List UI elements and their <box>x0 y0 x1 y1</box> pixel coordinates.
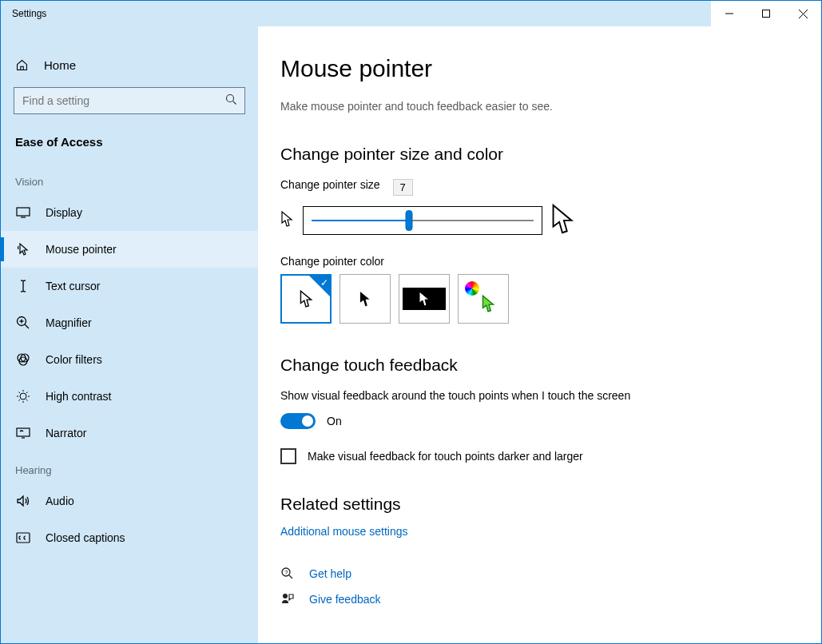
sidebar-item-label: Audio <box>46 495 74 507</box>
search-input[interactable] <box>14 87 245 114</box>
pointer-color-black[interactable] <box>340 274 391 324</box>
search-icon <box>225 93 237 109</box>
touch-feedback-heading: Change touch feedback <box>280 356 789 375</box>
page-title: Mouse pointer <box>280 55 789 82</box>
sidebar-item-label: Magnifier <box>46 316 92 329</box>
closed-captions-icon <box>15 532 31 543</box>
sidebar-item-color-filters[interactable]: Color filters <box>1 341 258 378</box>
sidebar-item-label: Mouse pointer <box>46 243 117 256</box>
sidebar-item-audio[interactable]: Audio <box>1 483 258 519</box>
get-help-link[interactable]: Get help <box>309 567 351 580</box>
close-button[interactable] <box>784 1 821 26</box>
svg-text:?: ? <box>284 569 288 576</box>
pointer-color-label: Change pointer color <box>280 255 789 268</box>
sidebar-item-magnifier[interactable]: Magnifier <box>1 304 258 341</box>
text-cursor-icon <box>15 279 31 293</box>
maximize-button[interactable] <box>748 1 784 26</box>
group-hearing-label: Hearing <box>1 451 258 483</box>
group-vision-label: Vision <box>1 163 258 194</box>
svg-rect-6 <box>17 208 30 216</box>
magnifier-icon <box>15 316 31 330</box>
give-feedback-link[interactable]: Give feedback <box>309 593 381 606</box>
size-color-heading: Change pointer size and color <box>280 145 789 164</box>
sidebar-item-label: Color filters <box>46 353 102 366</box>
svg-line-24 <box>19 400 21 401</box>
sidebar-item-label: Display <box>46 206 82 219</box>
check-icon: ✓ <box>320 277 328 288</box>
display-icon <box>15 207 31 218</box>
home-label: Home <box>44 58 76 72</box>
color-filters-icon <box>15 352 31 367</box>
svg-rect-27 <box>17 533 30 543</box>
svg-point-4 <box>227 95 234 102</box>
cursor-large-icon <box>549 202 579 239</box>
toggle-state-label: On <box>327 415 342 427</box>
high-contrast-icon <box>15 389 31 403</box>
svg-line-21 <box>19 392 21 394</box>
darker-larger-checkbox[interactable] <box>280 448 296 464</box>
sidebar-item-label: High contrast <box>46 390 111 403</box>
sidebar-item-narrator[interactable]: Narrator <box>1 415 258 451</box>
pointer-size-tooltip: 7 <box>393 179 413 196</box>
touch-feedback-toggle[interactable] <box>280 413 316 429</box>
home-icon <box>15 58 31 72</box>
narrator-icon <box>15 427 31 439</box>
pointer-size-label: Change pointer size <box>280 178 380 191</box>
svg-point-16 <box>20 393 26 400</box>
sidebar-item-label: Closed captions <box>46 531 125 544</box>
pointer-size-slider[interactable] <box>303 206 542 235</box>
pointer-color-inverted[interactable] <box>399 274 450 324</box>
feedback-icon <box>280 592 298 606</box>
audio-icon <box>15 495 31 507</box>
sidebar-item-closed-captions[interactable]: Closed captions <box>1 519 258 556</box>
main-content: Mouse pointer Make mouse pointer and tou… <box>258 26 821 643</box>
mouse-pointer-icon <box>15 242 31 256</box>
pointer-color-custom[interactable] <box>458 274 509 324</box>
svg-line-10 <box>25 324 29 328</box>
svg-point-30 <box>283 594 288 598</box>
pointer-color-white[interactable]: ✓ <box>280 274 332 324</box>
sidebar-item-high-contrast[interactable]: High contrast <box>1 378 258 415</box>
page-description: Make mouse pointer and touch feedback ea… <box>280 100 789 113</box>
related-heading: Related settings <box>280 495 789 514</box>
sidebar-item-label: Narrator <box>46 427 86 439</box>
checkbox-label: Make visual feedback for touch points da… <box>308 450 583 463</box>
home-nav[interactable]: Home <box>1 49 258 81</box>
svg-line-22 <box>26 400 28 401</box>
svg-rect-25 <box>17 428 30 436</box>
svg-rect-1 <box>763 10 770 18</box>
help-icon: ? <box>280 566 298 581</box>
additional-mouse-settings-link[interactable]: Additional mouse settings <box>280 525 789 538</box>
category-header: Ease of Access <box>1 114 258 163</box>
svg-line-5 <box>233 101 236 105</box>
window-title: Settings <box>1 8 711 19</box>
titlebar[interactable]: Settings <box>1 1 821 26</box>
sidebar-item-text-cursor[interactable]: Text cursor <box>1 268 258 304</box>
sidebar-item-label: Text cursor <box>46 280 100 292</box>
touch-feedback-desc: Show visual feedback around the touch po… <box>280 389 789 402</box>
sidebar-item-display[interactable]: Display <box>1 194 258 231</box>
sidebar: Home Ease of Access Vision Display Mouse… <box>1 26 258 643</box>
sidebar-item-mouse-pointer[interactable]: Mouse pointer <box>1 231 258 268</box>
minimize-button[interactable] <box>711 1 748 26</box>
cursor-small-icon <box>280 210 296 231</box>
svg-line-23 <box>26 392 28 394</box>
